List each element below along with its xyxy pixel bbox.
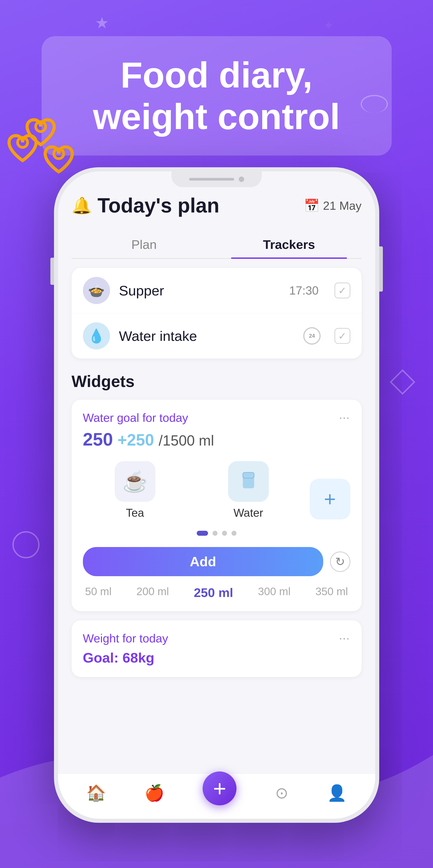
drink-water[interactable]: Water xyxy=(196,461,301,520)
water-widget-more[interactable]: ⋯ xyxy=(339,411,350,424)
food-icon: 🍎 xyxy=(144,784,164,802)
water-drink-label: Water xyxy=(234,506,263,520)
notch-bar xyxy=(189,178,234,181)
ml-200[interactable]: 200 ml xyxy=(136,585,169,600)
nav-fab-add[interactable]: + xyxy=(203,772,236,805)
tab-plan[interactable]: Plan xyxy=(72,231,216,258)
weight-widget: Weight for today ⋯ Goal: 68kg xyxy=(72,620,362,677)
water-amounts: 250 +250 /1500 ml xyxy=(83,429,350,450)
water-intake-label: Water intake xyxy=(119,328,294,344)
ml-300[interactable]: 300 ml xyxy=(258,585,291,600)
add-row: Add ↻ xyxy=(83,547,350,576)
water-icon xyxy=(228,461,269,502)
phone-button-right xyxy=(379,246,383,291)
clock-24-icon: 24 xyxy=(303,327,321,345)
nav-home[interactable]: 🏠 xyxy=(86,784,106,802)
ml-350[interactable]: 350 ml xyxy=(315,585,348,600)
tabs-row: Plan Trackers xyxy=(72,231,362,259)
meal-item-supper[interactable]: 🍲 Supper 17:30 ✓ xyxy=(72,268,362,313)
meal-list: 🍲 Supper 17:30 ✓ 💧 Water intake xyxy=(72,268,362,359)
nav-food[interactable]: 🍎 xyxy=(144,784,164,802)
supper-icon: 🍲 xyxy=(83,277,110,304)
calendar-icon: 📅 xyxy=(304,198,320,213)
add-drink-button[interactable]: + xyxy=(310,479,350,520)
bottom-nav: 🏠 🍎 + ⊙ 👤 xyxy=(58,774,375,819)
water-intake-checkbox[interactable]: ✓ xyxy=(335,328,350,344)
ml-options: 50 ml 200 ml 250 ml 300 ml 350 ml xyxy=(83,585,350,600)
widgets-section-title: Widgets xyxy=(72,372,362,391)
supper-label: Supper xyxy=(119,283,280,299)
phone-mockup: 🔔 Today's plan 📅 21 May Plan Trackers xyxy=(54,167,379,823)
date-label: 21 May xyxy=(323,199,362,213)
tea-label: Tea xyxy=(126,506,144,520)
circle-decoration xyxy=(12,531,39,558)
nav-profile[interactable]: 👤 xyxy=(327,784,347,802)
svg-rect-5 xyxy=(243,472,254,488)
home-icon: 🏠 xyxy=(86,784,106,802)
ml-250[interactable]: 250 ml xyxy=(194,585,233,600)
app-title: Today's plan xyxy=(98,194,220,217)
dot-2 xyxy=(212,531,218,536)
weight-widget-title: Weight for today xyxy=(83,631,168,645)
weight-widget-more[interactable]: ⋯ xyxy=(339,632,350,645)
dots-indicator xyxy=(83,531,350,536)
svg-text:24: 24 xyxy=(309,333,315,339)
water-add: +250 xyxy=(118,431,154,449)
bell-icon: 🔔 xyxy=(72,196,92,215)
diamond-decoration xyxy=(390,369,415,395)
meal-item-water-intake[interactable]: 💧 Water intake 24 ✓ xyxy=(72,313,362,359)
water-current: 250 xyxy=(83,429,113,450)
tea-icon: ☕ xyxy=(115,461,156,502)
fab-plus-icon: + xyxy=(213,777,226,800)
notch-camera xyxy=(239,177,244,182)
profile-icon: 👤 xyxy=(327,784,347,802)
header-title: Food diary, weight control xyxy=(64,54,369,137)
stats-icon: ⊙ xyxy=(275,784,289,802)
tab-trackers[interactable]: Trackers xyxy=(216,231,362,258)
drink-tea[interactable]: ☕ Tea xyxy=(83,461,187,520)
weight-today-highlight: today xyxy=(139,632,168,645)
star-decoration-top: ★ xyxy=(95,13,109,32)
drink-options: ☕ Tea Water xyxy=(83,461,350,520)
water-widget: Water goal for today ⋯ 250 +250 /1500 ml… xyxy=(72,400,362,611)
refresh-button[interactable]: ↻ xyxy=(330,552,350,572)
supper-time: 17:30 xyxy=(289,284,319,297)
header-banner: Food diary, weight control xyxy=(41,36,392,156)
date-row: 📅 21 May xyxy=(304,198,362,213)
water-intake-icon: 💧 xyxy=(83,322,110,349)
ml-50[interactable]: 50 ml xyxy=(85,585,111,600)
water-today-highlight: today xyxy=(160,411,188,424)
star-decoration-right: ✦ xyxy=(323,18,334,33)
nav-stats[interactable]: ⊙ xyxy=(275,784,289,802)
dot-3 xyxy=(222,531,227,536)
water-total: /1500 ml xyxy=(159,432,214,449)
dot-1 xyxy=(197,531,208,536)
supper-checkbox[interactable]: ✓ xyxy=(335,283,350,298)
weight-goal: Goal: 68kg xyxy=(83,650,350,666)
dot-4 xyxy=(232,531,236,536)
add-button[interactable]: Add xyxy=(83,547,323,576)
phone-notch xyxy=(171,171,262,187)
phone-button-left xyxy=(51,258,54,285)
water-widget-title: Water goal for today xyxy=(83,411,188,425)
app-header: 🔔 Today's plan 📅 21 May xyxy=(72,194,362,217)
